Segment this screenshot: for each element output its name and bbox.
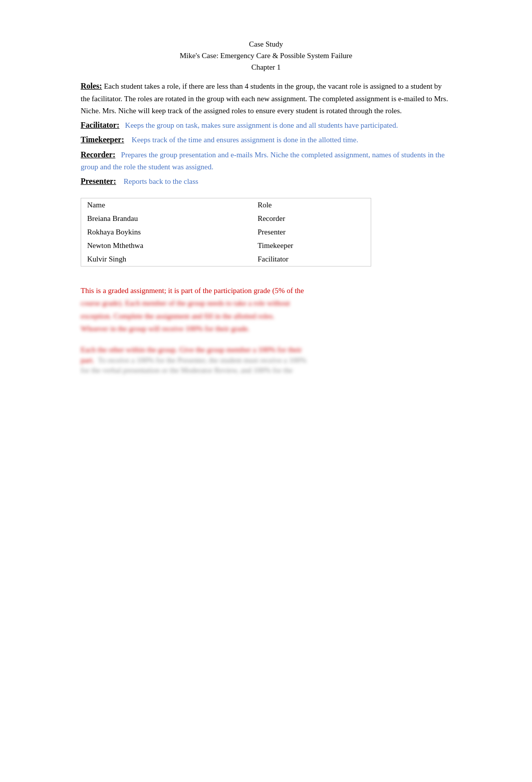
graded-blurred-section2-line3: To receive a 100% for the Presenter, the… <box>98 354 307 366</box>
graded-blurred-line1: course grade). Each member of the group … <box>81 299 290 307</box>
roles-section: Roles: Each student takes a role, if the… <box>81 80 451 188</box>
student-role-3: Timekeeper <box>251 239 371 252</box>
student-role-2: Presenter <box>251 225 371 239</box>
graded-blurred-part-label: part. <box>81 354 94 366</box>
page-title-case-study: Case Study <box>81 40 451 49</box>
student-name-1: Breiana Brandau <box>81 212 251 225</box>
facilitator-label: Facilitator: <box>81 121 119 129</box>
timekeeper-desc: Keeps track of the time and ensures assi… <box>132 136 358 144</box>
student-name-4: Kulvir Singh <box>81 252 251 266</box>
student-role-1: Recorder <box>251 212 371 225</box>
page-title-chapter: Chapter 1 <box>81 63 451 72</box>
roles-table-container: Name Role Breiana Brandau Recorder Rokha… <box>81 198 371 267</box>
table-header-name: Name <box>81 198 251 212</box>
graded-blurred-line3: Whoever in the group will receive 100% f… <box>81 325 249 333</box>
student-name-2: Rokhaya Boykins <box>81 225 251 239</box>
table-row: Newton Mthethwa Timekeeper <box>81 239 371 252</box>
recorder-desc: Prepares the group presentation and e-ma… <box>81 151 445 171</box>
presenter-desc: Reports back to the class <box>124 177 198 185</box>
presenter-label: Presenter: <box>81 177 116 185</box>
recorder-label: Recorder: <box>81 150 115 159</box>
roles-table: Name Role Breiana Brandau Recorder Rokha… <box>81 198 371 266</box>
table-header-row: Name Role <box>81 198 371 212</box>
student-name-3: Newton Mthethwa <box>81 239 251 252</box>
page-content: Case Study Mike's Case: Emergency Care &… <box>71 0 461 782</box>
facilitator-desc: Keeps the group on task, makes sure assi… <box>125 121 398 129</box>
graded-blurred-section2-line1: Each the other within the group. Give th… <box>81 346 451 354</box>
graded-blurred-section2-block: part. To receive a 100% for the Presente… <box>81 354 451 366</box>
timekeeper-label: Timekeeper: <box>81 135 124 144</box>
roles-intro-text: Each student takes a role, if there are … <box>81 82 448 115</box>
graded-blurred-section2-line4: for the verbal presentation or the Moder… <box>81 366 451 375</box>
page-title-subtitle: Mike's Case: Emergency Care & Possible S… <box>81 52 451 60</box>
graded-section: This is a graded assignment; it is part … <box>81 285 451 336</box>
recorder-block: Recorder: Prepares the group presentatio… <box>81 148 451 173</box>
presenter-block: Presenter: Reports back to the class <box>81 175 451 188</box>
roles-label: Roles: <box>81 82 102 90</box>
table-row: Kulvir Singh Facilitator <box>81 252 371 266</box>
timekeeper-block: Timekeeper: Keeps track of the time and … <box>81 133 451 146</box>
graded-blurred-line2: exception. Complete the assignment and f… <box>81 312 275 320</box>
table-header-role: Role <box>251 198 371 212</box>
table-row: Rokhaya Boykins Presenter <box>81 225 371 239</box>
graded-visible-text: This is a graded assignment; it is part … <box>81 287 304 295</box>
graded-section-2: Each the other within the group. Give th… <box>81 346 451 375</box>
student-role-4: Facilitator <box>251 252 371 266</box>
facilitator-block: Facilitator: Keeps the group on task, ma… <box>81 119 451 132</box>
table-row: Breiana Brandau Recorder <box>81 212 371 225</box>
